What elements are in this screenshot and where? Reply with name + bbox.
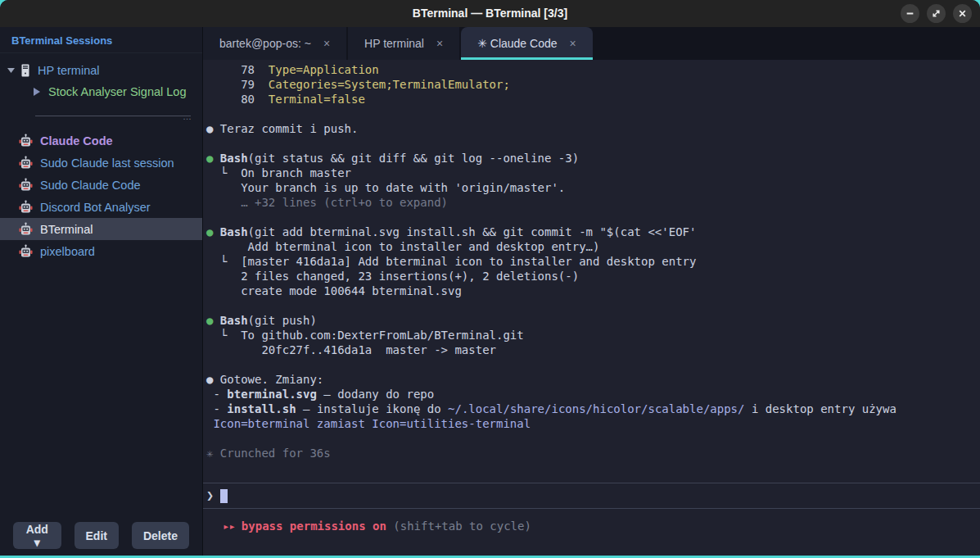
permission-mode-label: bypass permissions on [242,519,386,533]
tree-item-label: HP terminal [38,64,99,77]
tab-close-icon[interactable]: × [436,37,443,50]
close-icon [958,9,967,18]
sidebar-title: BTerminal Sessions [0,27,202,53]
computer-icon [20,64,30,77]
app-window: BTerminal — BTerminal [3/3] BTerminal Se… [0,0,980,556]
tab-strip: bartek@pop-os: ~ × HP terminal × ✳ Claud… [203,27,980,60]
session-label: Discord Bot Analyser [40,201,151,214]
prompt-input[interactable]: ❯ [203,483,980,509]
tree-item-label: Stock Analyser Signal Log [48,85,186,98]
minimize-icon [905,9,915,18]
session-label: pixelboard [40,245,95,258]
content-area: bartek@pop-os: ~ × HP terminal × ✳ Claud… [203,27,980,556]
prompt-chevron-icon: ❯ [206,488,214,503]
session-item-pixelboard[interactable]: pixelboard [0,240,202,262]
delete-button[interactable]: Delete [132,522,189,549]
session-label: Sudo Claude last session [40,157,174,170]
chevron-down-icon [7,68,15,73]
play-icon [34,88,40,96]
window-title: BTerminal — BTerminal [3/3] [0,0,980,27]
session-item-sudo-claude-last-session[interactable]: Sudo Claude last session [0,152,202,174]
maximize-icon [932,9,941,18]
titlebar[interactable]: BTerminal — BTerminal [3/3] [0,0,980,27]
separator-dots: … [183,111,192,121]
tab-bartek-pop-os[interactable]: bartek@pop-os: ~ × [203,27,346,60]
text-cursor [220,489,228,503]
session-item-bterminal[interactable]: BTerminal [0,218,202,240]
session-item-sudo-claude-code[interactable]: Sudo Claude Code [0,174,202,196]
tab-close-icon[interactable]: × [570,37,576,50]
tab-hp-terminal[interactable]: HP terminal × [348,27,459,60]
status-line: ▸▸bypass permissions on (shift+tab to cy… [203,509,980,556]
close-button[interactable] [953,4,972,23]
robot-icon [19,244,33,258]
edit-button[interactable]: Edit [75,522,119,549]
session-label: BTerminal [40,223,93,236]
terminal-panel: 78 Type=Application 79 Categories=System… [203,60,980,556]
add-button[interactable]: Add ▾ [13,522,61,549]
session-list: Claude Code Sudo Claude last session [0,129,202,262]
sidebar-separator: … [35,116,191,116]
tab-label: bartek@pop-os: ~ [219,37,311,50]
session-label: Claude Code [40,134,113,147]
tree-item-hp-terminal[interactable]: HP terminal [0,60,202,81]
minimize-button[interactable] [901,4,919,23]
robot-icon [19,134,33,147]
double-arrow-icon: ▸▸ [223,519,235,533]
tab-label: HP terminal [364,37,424,50]
session-tree: HP terminal Stock Analyser Signal Log [0,53,202,102]
robot-icon [19,222,33,236]
session-label: Sudo Claude Code [40,179,141,192]
session-item-discord-bot-analyser[interactable]: Discord Bot Analyser [0,196,202,218]
robot-icon [19,156,33,170]
cycle-hint: (shift+tab to cycle) [393,519,531,533]
tab-close-icon[interactable]: × [323,37,330,50]
tab-label: ✳ Claude Code [477,37,557,50]
sessions-sidebar: BTerminal Sessions HP terminal Stock Ana… [0,27,203,556]
terminal-output: 78 Type=Application 79 Categories=System… [203,60,980,483]
window-controls [901,4,972,23]
session-item-claude-code[interactable]: Claude Code [0,129,202,152]
robot-icon [19,200,33,214]
tree-item-stock-analyser-signal-log[interactable]: Stock Analyser Signal Log [0,81,202,102]
maximize-button[interactable] [927,4,946,23]
sidebar-footer: Add ▾EditDelete [0,522,202,556]
tab-claude-code[interactable]: ✳ Claude Code × [461,27,593,60]
robot-icon [19,178,33,192]
